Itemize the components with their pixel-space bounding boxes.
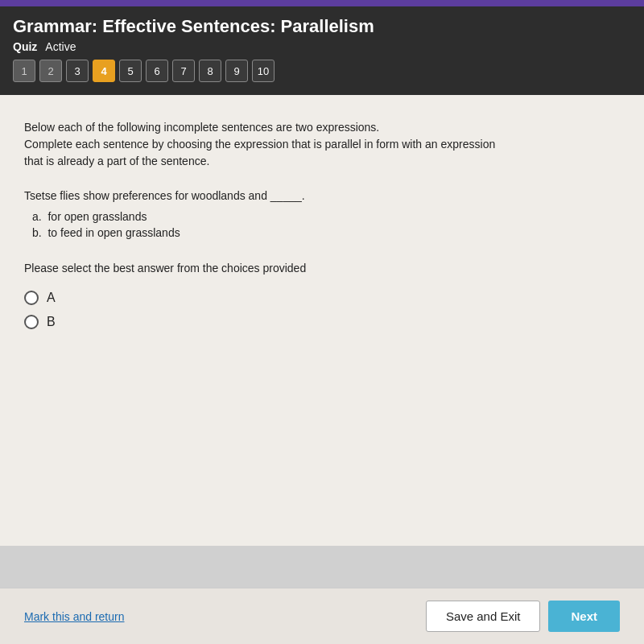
quiz-label: Quiz — [13, 40, 37, 53]
q-num-10[interactable]: 10 — [252, 60, 275, 82]
answer-option-b: b. to feed in open grasslands — [32, 226, 620, 239]
option-b-text: to feed in open grasslands — [47, 226, 180, 239]
radio-b-label: B — [47, 315, 56, 329]
instructions-line1: Below each of the following incomplete s… — [24, 119, 620, 136]
q-num-4[interactable]: 4 — [93, 60, 115, 82]
radio-a-label: A — [47, 291, 56, 305]
q-num-3[interactable]: 3 — [66, 60, 89, 82]
footer: Mark this and return Save and Exit Next — [0, 588, 644, 644]
instructions: Below each of the following incomplete s… — [24, 119, 620, 170]
main-content: Below each of the following incomplete s… — [0, 95, 644, 546]
q-num-7[interactable]: 7 — [172, 60, 195, 82]
select-prompt: Please select the best answer from the c… — [24, 262, 620, 275]
next-button[interactable]: Next — [548, 601, 620, 632]
quiz-status-row: Quiz Active — [13, 40, 631, 53]
top-color-bar — [0, 0, 644, 6]
q-num-2[interactable]: 2 — [39, 60, 62, 82]
footer-buttons: Save and Exit Next — [426, 601, 620, 632]
answer-option-a: a. for open grasslands — [32, 210, 620, 223]
question-numbers: 1 2 3 4 5 6 7 8 9 10 — [13, 60, 631, 90]
radio-a[interactable] — [24, 291, 39, 305]
radio-option-a-row: A — [24, 291, 620, 305]
mark-return-link[interactable]: Mark this and return — [24, 610, 125, 623]
radio-b[interactable] — [24, 315, 39, 329]
instructions-line2: Complete each sentence by choosing the e… — [24, 136, 620, 153]
save-exit-button[interactable]: Save and Exit — [426, 601, 541, 632]
q-num-8[interactable]: 8 — [199, 60, 221, 82]
instructions-line3: that is already a part of the sentence. — [24, 153, 620, 170]
option-b-letter: b. — [32, 226, 47, 239]
radio-option-b-row: B — [24, 315, 620, 329]
option-a-letter: a. — [32, 210, 47, 223]
q-num-6[interactable]: 6 — [146, 60, 168, 82]
q-num-9[interactable]: 9 — [225, 60, 248, 82]
option-a-text: for open grasslands — [47, 210, 147, 223]
page-title: Grammar: Effective Sentences: Parallelis… — [13, 16, 631, 37]
q-num-5[interactable]: 5 — [119, 60, 142, 82]
title-area: Grammar: Effective Sentences: Parallelis… — [0, 6, 644, 95]
q-num-1[interactable]: 1 — [13, 60, 35, 82]
question-text: Tsetse flies show preferences for woodla… — [24, 189, 620, 202]
active-label: Active — [45, 40, 76, 53]
